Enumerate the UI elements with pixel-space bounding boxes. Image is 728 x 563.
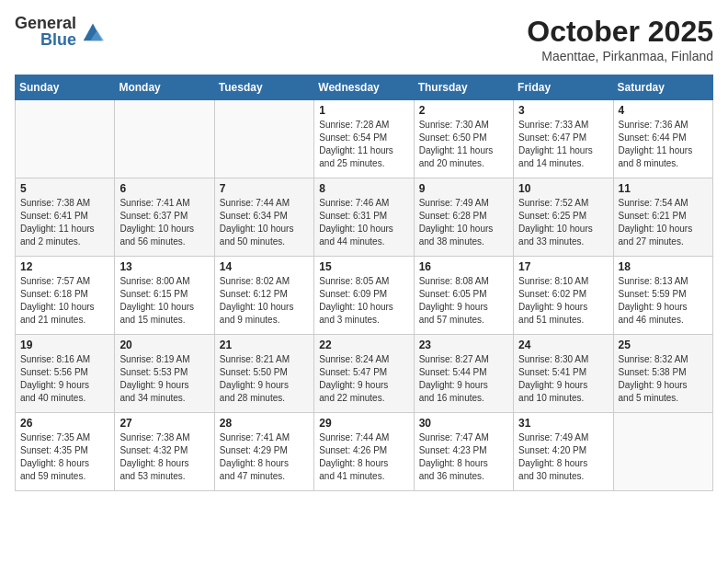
- day-number: 7: [220, 182, 309, 195]
- logo-blue: Blue: [40, 31, 76, 48]
- day-number: 29: [319, 417, 408, 430]
- weekday-header-monday: Monday: [115, 75, 214, 100]
- calendar-cell: 4Sunrise: 7:36 AM Sunset: 6:44 PM Daylig…: [613, 100, 712, 178]
- day-number: 25: [619, 339, 708, 351]
- day-number: 14: [220, 260, 309, 273]
- calendar-cell: 13Sunrise: 8:00 AM Sunset: 6:15 PM Dayli…: [115, 257, 214, 335]
- calendar-cell: 11Sunrise: 7:54 AM Sunset: 6:21 PM Dayli…: [613, 178, 712, 257]
- calendar-cell: 27Sunrise: 7:38 AM Sunset: 4:32 PM Dayli…: [115, 413, 214, 491]
- weekday-header-wednesday: Wednesday: [314, 75, 414, 100]
- day-info: Sunrise: 7:47 AM Sunset: 4:23 PM Dayligh…: [419, 431, 508, 483]
- day-number: 4: [619, 104, 708, 117]
- calendar-week-5: 26Sunrise: 7:35 AM Sunset: 4:35 PM Dayli…: [16, 413, 713, 491]
- day-info: Sunrise: 7:36 AM Sunset: 6:44 PM Dayligh…: [619, 119, 708, 170]
- calendar-cell: 24Sunrise: 8:30 AM Sunset: 5:41 PM Dayli…: [514, 335, 613, 413]
- day-info: Sunrise: 8:24 AM Sunset: 5:47 PM Dayligh…: [319, 353, 408, 405]
- logo-general: General: [15, 15, 76, 31]
- calendar-cell: 31Sunrise: 7:49 AM Sunset: 4:20 PM Dayli…: [514, 413, 613, 491]
- calendar-cell: 2Sunrise: 7:30 AM Sunset: 6:50 PM Daylig…: [414, 100, 513, 178]
- day-number: 3: [518, 104, 608, 117]
- calendar-table: SundayMondayTuesdayWednesdayThursdayFrid…: [15, 75, 713, 491]
- day-info: Sunrise: 8:30 AM Sunset: 5:41 PM Dayligh…: [518, 353, 608, 405]
- day-number: 11: [619, 182, 708, 195]
- logo-icon: [80, 18, 106, 44]
- day-info: Sunrise: 8:13 AM Sunset: 5:59 PM Dayligh…: [619, 275, 708, 327]
- calendar-cell: 7Sunrise: 7:44 AM Sunset: 6:34 PM Daylig…: [214, 178, 313, 257]
- calendar-cell: 21Sunrise: 8:21 AM Sunset: 5:50 PM Dayli…: [214, 335, 313, 413]
- day-number: 23: [419, 339, 508, 351]
- day-info: Sunrise: 7:41 AM Sunset: 4:29 PM Dayligh…: [220, 431, 309, 483]
- calendar-cell: 14Sunrise: 8:02 AM Sunset: 6:12 PM Dayli…: [214, 257, 313, 335]
- day-info: Sunrise: 8:05 AM Sunset: 6:09 PM Dayligh…: [319, 275, 408, 327]
- day-info: Sunrise: 8:32 AM Sunset: 5:38 PM Dayligh…: [619, 353, 708, 405]
- weekday-header-saturday: Saturday: [613, 75, 712, 100]
- day-info: Sunrise: 8:21 AM Sunset: 5:50 PM Dayligh…: [220, 353, 309, 405]
- calendar-cell: 6Sunrise: 7:41 AM Sunset: 6:37 PM Daylig…: [115, 178, 214, 257]
- day-number: 13: [119, 260, 209, 273]
- calendar-cell: 18Sunrise: 8:13 AM Sunset: 5:59 PM Dayli…: [613, 257, 712, 335]
- day-info: Sunrise: 8:19 AM Sunset: 5:53 PM Dayligh…: [119, 353, 209, 405]
- day-number: 30: [419, 417, 508, 430]
- day-info: Sunrise: 7:35 AM Sunset: 4:35 PM Dayligh…: [20, 431, 109, 483]
- day-number: 21: [220, 339, 309, 351]
- calendar-cell: 20Sunrise: 8:19 AM Sunset: 5:53 PM Dayli…: [115, 335, 214, 413]
- day-number: 22: [319, 339, 408, 351]
- calendar-cell: 5Sunrise: 7:38 AM Sunset: 6:41 PM Daylig…: [16, 178, 115, 257]
- calendar-cell: 30Sunrise: 7:47 AM Sunset: 4:23 PM Dayli…: [414, 413, 513, 491]
- weekday-header-tuesday: Tuesday: [214, 75, 313, 100]
- calendar-cell: 19Sunrise: 8:16 AM Sunset: 5:56 PM Dayli…: [16, 335, 115, 413]
- day-number: 27: [119, 417, 209, 430]
- calendar-cell: 28Sunrise: 7:41 AM Sunset: 4:29 PM Dayli…: [214, 413, 313, 491]
- day-number: 10: [518, 182, 608, 195]
- day-number: 19: [20, 339, 109, 351]
- calendar-cell: 26Sunrise: 7:35 AM Sunset: 4:35 PM Dayli…: [16, 413, 115, 491]
- day-info: Sunrise: 7:44 AM Sunset: 6:34 PM Dayligh…: [220, 197, 309, 248]
- day-info: Sunrise: 7:57 AM Sunset: 6:18 PM Dayligh…: [20, 275, 109, 327]
- day-info: Sunrise: 7:28 AM Sunset: 6:54 PM Dayligh…: [319, 119, 408, 170]
- calendar-cell: [16, 100, 115, 178]
- day-number: 20: [119, 339, 209, 351]
- day-number: 6: [119, 182, 209, 195]
- calendar-cell: 9Sunrise: 7:49 AM Sunset: 6:28 PM Daylig…: [414, 178, 513, 257]
- day-info: Sunrise: 8:16 AM Sunset: 5:56 PM Dayligh…: [20, 353, 109, 405]
- day-number: 17: [518, 260, 608, 273]
- calendar-cell: 23Sunrise: 8:27 AM Sunset: 5:44 PM Dayli…: [414, 335, 513, 413]
- calendar-cell: 17Sunrise: 8:10 AM Sunset: 6:02 PM Dayli…: [514, 257, 613, 335]
- day-info: Sunrise: 8:27 AM Sunset: 5:44 PM Dayligh…: [419, 353, 508, 405]
- day-number: 18: [619, 260, 708, 273]
- calendar-cell: 10Sunrise: 7:52 AM Sunset: 6:25 PM Dayli…: [514, 178, 613, 257]
- calendar-cell: 16Sunrise: 8:08 AM Sunset: 6:05 PM Dayli…: [414, 257, 513, 335]
- day-info: Sunrise: 7:46 AM Sunset: 6:31 PM Dayligh…: [319, 197, 408, 248]
- weekday-header-sunday: Sunday: [16, 75, 115, 100]
- day-number: 15: [319, 260, 408, 273]
- calendar-cell: 12Sunrise: 7:57 AM Sunset: 6:18 PM Dayli…: [16, 257, 115, 335]
- day-info: Sunrise: 7:52 AM Sunset: 6:25 PM Dayligh…: [518, 197, 608, 248]
- day-number: 24: [518, 339, 608, 351]
- month-title: October 2025: [527, 15, 713, 49]
- day-number: 2: [419, 104, 508, 117]
- calendar-cell: 15Sunrise: 8:05 AM Sunset: 6:09 PM Dayli…: [314, 257, 414, 335]
- weekday-header-friday: Friday: [514, 75, 613, 100]
- day-info: Sunrise: 7:41 AM Sunset: 6:37 PM Dayligh…: [119, 197, 209, 248]
- calendar-cell: 3Sunrise: 7:33 AM Sunset: 6:47 PM Daylig…: [514, 100, 613, 178]
- logo: General Blue: [15, 15, 106, 48]
- day-number: 26: [20, 417, 109, 430]
- calendar-cell: 8Sunrise: 7:46 AM Sunset: 6:31 PM Daylig…: [314, 178, 414, 257]
- day-info: Sunrise: 8:00 AM Sunset: 6:15 PM Dayligh…: [119, 275, 209, 327]
- calendar-week-3: 12Sunrise: 7:57 AM Sunset: 6:18 PM Dayli…: [16, 257, 713, 335]
- day-info: Sunrise: 8:10 AM Sunset: 6:02 PM Dayligh…: [518, 275, 608, 327]
- day-info: Sunrise: 7:44 AM Sunset: 4:26 PM Dayligh…: [319, 431, 408, 483]
- day-number: 5: [20, 182, 109, 195]
- calendar-cell: [214, 100, 313, 178]
- day-number: 1: [319, 104, 408, 117]
- weekday-header-thursday: Thursday: [414, 75, 513, 100]
- day-info: Sunrise: 7:54 AM Sunset: 6:21 PM Dayligh…: [619, 197, 708, 248]
- page-header: General Blue October 2025 Maenttae, Pirk…: [15, 15, 713, 63]
- calendar-cell: [613, 413, 712, 491]
- day-number: 31: [518, 417, 608, 430]
- calendar-cell: 22Sunrise: 8:24 AM Sunset: 5:47 PM Dayli…: [314, 335, 414, 413]
- day-info: Sunrise: 8:08 AM Sunset: 6:05 PM Dayligh…: [419, 275, 508, 327]
- calendar-cell: 29Sunrise: 7:44 AM Sunset: 4:26 PM Dayli…: [314, 413, 414, 491]
- day-number: 8: [319, 182, 408, 195]
- calendar-header: SundayMondayTuesdayWednesdayThursdayFrid…: [16, 75, 713, 100]
